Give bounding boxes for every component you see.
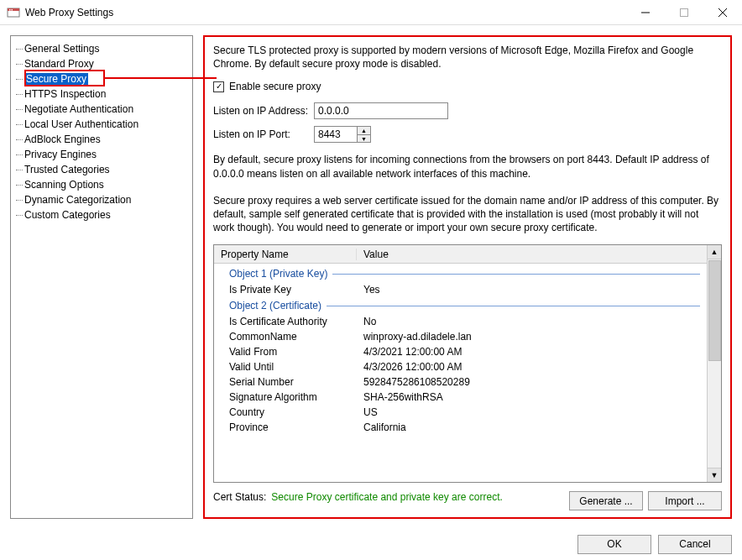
scroll-down-icon[interactable]: ▼ xyxy=(708,468,721,482)
grid-prop-value: 5928475286108520289 xyxy=(363,376,470,388)
grid-prop-name: CommonName xyxy=(221,331,363,343)
grid-scrollbar[interactable]: ▲ ▼ xyxy=(707,245,721,482)
grid-row[interactable]: Is Certificate AuthorityNo xyxy=(214,314,707,329)
sidebar-item-https-inspection[interactable]: HTTPS Inspection xyxy=(11,86,192,102)
listen-port-label: Listen on IP Port: xyxy=(213,128,314,140)
sidebar-item-label: Privacy Engines xyxy=(24,149,97,160)
sidebar-item-dynamic-categorization[interactable]: Dynamic Categorization xyxy=(11,192,192,207)
cert-status-label: Cert Status: xyxy=(213,491,266,503)
grid-row[interactable]: CountryUS xyxy=(214,405,707,420)
sidebar-item-label: Trusted Categories xyxy=(24,164,110,175)
grid-prop-name: Valid From xyxy=(221,346,363,358)
sidebar-item-trusted-categories[interactable]: Trusted Categories xyxy=(11,162,192,177)
sidebar-item-local-user-authentication[interactable]: Local User Authentication xyxy=(11,117,192,132)
sidebar-item-label: Scanning Options xyxy=(24,179,104,191)
window-title: Web Proxy Settings xyxy=(25,7,626,18)
svg-rect-2 xyxy=(9,9,11,11)
grid-prop-name: Is Certificate Authority xyxy=(221,316,363,327)
grid-row[interactable]: Valid From4/3/2021 12:00:00 AM xyxy=(214,344,707,359)
sidebar-item-general-settings[interactable]: General Settings xyxy=(11,41,192,56)
category-tree[interactable]: General SettingsStandard ProxySecure Pro… xyxy=(10,35,193,519)
ok-button[interactable]: OK xyxy=(577,535,651,554)
sidebar-item-label: General Settings xyxy=(24,43,99,55)
default-note: By default, secure proxy listens for inc… xyxy=(213,153,722,180)
grid-col-value: Value xyxy=(357,249,395,260)
maximize-button[interactable] xyxy=(665,0,703,24)
cert-note: Secure proxy requires a web server certi… xyxy=(213,194,722,235)
import-button[interactable]: Import ... xyxy=(648,491,722,510)
grid-prop-value: SHA-256withRSA xyxy=(363,391,443,403)
svg-rect-3 xyxy=(12,9,13,11)
grid-prop-value: 4/3/2026 12:00:00 AM xyxy=(363,361,462,373)
sidebar-item-privacy-engines[interactable]: Privacy Engines xyxy=(11,147,192,162)
sidebar-item-standard-proxy[interactable]: Standard Proxy xyxy=(11,56,192,71)
close-button[interactable] xyxy=(703,0,742,24)
grid-prop-value: No xyxy=(363,316,376,327)
sidebar-item-label: HTTPS Inspection xyxy=(24,88,106,100)
intro-text: Secure TLS protected proxy is supported … xyxy=(213,44,722,71)
settings-panel: Secure TLS protected proxy is supported … xyxy=(203,35,732,519)
listen-ip-input[interactable] xyxy=(314,102,448,119)
generate-button[interactable]: Generate ... xyxy=(569,491,643,510)
grid-prop-name: Province xyxy=(221,421,363,433)
enable-secure-proxy-label: Enable secure proxy xyxy=(229,81,321,92)
sidebar-item-label: Negotiate Authentication xyxy=(24,103,133,115)
sidebar-item-secure-proxy[interactable]: Secure Proxy xyxy=(11,71,192,86)
spin-up-icon[interactable]: ▲ xyxy=(358,127,370,135)
titlebar: Web Proxy Settings xyxy=(0,0,742,25)
scroll-up-icon[interactable]: ▲ xyxy=(708,245,721,259)
sidebar-item-label: Secure Proxy xyxy=(24,73,88,85)
grid-prop-value: Yes xyxy=(363,284,380,296)
grid-prop-name: Valid Until xyxy=(221,361,363,373)
grid-row[interactable]: Is Private KeyYes xyxy=(214,282,707,297)
grid-prop-value: US xyxy=(363,406,378,418)
checkbox-icon: ✓ xyxy=(213,81,224,92)
app-icon xyxy=(7,6,20,19)
sidebar-item-label: Dynamic Categorization xyxy=(24,194,131,206)
minimize-button[interactable] xyxy=(626,0,665,24)
listen-port-input[interactable] xyxy=(315,127,357,142)
certificate-property-grid: Property Name Value Object 1 (Private Ke… xyxy=(213,244,722,483)
spin-down-icon[interactable]: ▼ xyxy=(358,135,370,143)
grid-prop-name: Signature Algorithm xyxy=(221,391,363,403)
listen-ip-label: Listen on IP Address: xyxy=(213,105,314,117)
grid-col-name: Property Name xyxy=(214,249,357,260)
grid-row[interactable]: Signature AlgorithmSHA-256withRSA xyxy=(214,390,707,405)
grid-prop-value: California xyxy=(363,421,406,433)
grid-prop-name: Is Private Key xyxy=(221,284,363,296)
listen-port-spinner[interactable]: ▲ ▼ xyxy=(314,126,371,143)
cert-status-message: Secure Proxy certificate and private key… xyxy=(271,491,564,505)
sidebar-item-custom-categories[interactable]: Custom Categories xyxy=(11,207,192,222)
scroll-thumb[interactable] xyxy=(708,260,721,361)
grid-row[interactable]: Serial Number5928475286108520289 xyxy=(214,374,707,390)
grid-section: Object 2 (Certificate) xyxy=(214,297,707,314)
enable-secure-proxy-checkbox[interactable]: ✓ Enable secure proxy xyxy=(213,81,722,92)
sidebar-item-label: Local User Authentication xyxy=(24,118,138,130)
grid-section: Object 1 (Private Key) xyxy=(214,265,707,282)
grid-row[interactable]: Valid Until4/3/2026 12:00:00 AM xyxy=(214,359,707,374)
grid-prop-name: Serial Number xyxy=(221,376,363,388)
sidebar-item-negotiate-authentication[interactable]: Negotiate Authentication xyxy=(11,102,192,117)
grid-prop-value: winproxy-ad.diladele.lan xyxy=(363,331,472,343)
sidebar-item-label: Custom Categories xyxy=(24,209,111,221)
sidebar-item-label: Standard Proxy xyxy=(24,58,94,70)
grid-row[interactable]: CommonNamewinproxy-ad.diladele.lan xyxy=(214,329,707,344)
grid-row[interactable]: ProvinceCalifornia xyxy=(214,420,707,435)
svg-rect-5 xyxy=(681,8,688,16)
cancel-button[interactable]: Cancel xyxy=(658,535,732,554)
grid-prop-value: 4/3/2021 12:00:00 AM xyxy=(363,346,462,358)
sidebar-item-scanning-options[interactable]: Scanning Options xyxy=(11,177,192,192)
grid-prop-name: Country xyxy=(221,406,363,418)
sidebar-item-label: AdBlock Engines xyxy=(24,133,101,145)
sidebar-item-adblock-engines[interactable]: AdBlock Engines xyxy=(11,132,192,147)
